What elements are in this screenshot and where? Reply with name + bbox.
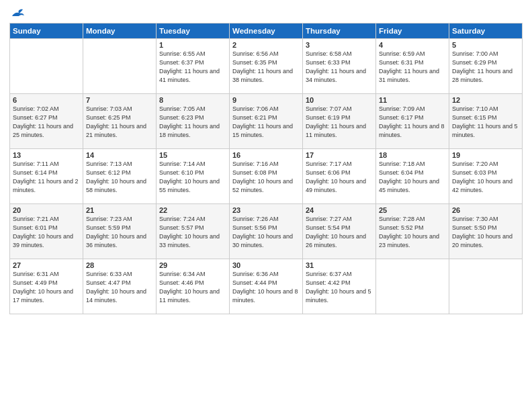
- day-number: 7: [86, 96, 153, 104]
- weekday-header: Friday: [376, 24, 449, 39]
- calendar-cell: 22Sunrise: 7:24 AMSunset: 5:57 PMDayligh…: [157, 204, 230, 259]
- calendar-table: SundayMondayTuesdayWednesdayThursdayFrid…: [9, 23, 523, 314]
- day-info: Sunrise: 6:56 AMSunset: 6:35 PMDaylight:…: [232, 50, 300, 85]
- day-number: 20: [13, 206, 80, 214]
- day-number: 29: [159, 261, 226, 269]
- day-info: Sunrise: 7:10 AMSunset: 6:15 PMDaylight:…: [452, 105, 519, 140]
- day-number: 27: [13, 261, 80, 269]
- day-number: 8: [159, 96, 226, 104]
- day-number: 18: [379, 151, 446, 159]
- weekday-header: Saturday: [449, 24, 523, 39]
- day-info: Sunrise: 6:31 AMSunset: 4:49 PMDaylight:…: [13, 270, 80, 305]
- calendar-header-row: SundayMondayTuesdayWednesdayThursdayFrid…: [10, 24, 523, 39]
- calendar-cell: [376, 259, 449, 314]
- calendar-cell: 19Sunrise: 7:20 AMSunset: 6:03 PMDayligh…: [449, 149, 523, 204]
- day-info: Sunrise: 6:55 AMSunset: 6:37 PMDaylight:…: [159, 50, 226, 85]
- calendar-cell: 3Sunrise: 6:58 AMSunset: 6:33 PMDaylight…: [303, 39, 376, 94]
- calendar-cell: 2Sunrise: 6:56 AMSunset: 6:35 PMDaylight…: [230, 39, 303, 94]
- day-info: Sunrise: 6:36 AMSunset: 4:44 PMDaylight:…: [232, 270, 300, 305]
- calendar-cell: 24Sunrise: 7:27 AMSunset: 5:54 PMDayligh…: [303, 204, 376, 259]
- day-info: Sunrise: 7:23 AMSunset: 5:59 PMDaylight:…: [86, 215, 153, 250]
- day-number: 30: [232, 261, 300, 269]
- day-info: Sunrise: 7:27 AMSunset: 5:54 PMDaylight:…: [306, 215, 373, 250]
- calendar-cell: 9Sunrise: 7:06 AMSunset: 6:21 PMDaylight…: [230, 94, 303, 149]
- calendar-cell: 6Sunrise: 7:02 AMSunset: 6:27 PMDaylight…: [10, 94, 83, 149]
- calendar-cell: 7Sunrise: 7:03 AMSunset: 6:25 PMDaylight…: [83, 94, 157, 149]
- day-info: Sunrise: 7:30 AMSunset: 5:50 PMDaylight:…: [452, 215, 519, 250]
- day-number: 21: [86, 206, 153, 214]
- weekday-header: Sunday: [10, 24, 83, 39]
- calendar-cell: 28Sunrise: 6:33 AMSunset: 4:47 PMDayligh…: [83, 259, 157, 314]
- calendar-cell: [83, 39, 157, 94]
- day-info: Sunrise: 7:07 AMSunset: 6:19 PMDaylight:…: [306, 105, 373, 140]
- day-number: 5: [452, 41, 519, 49]
- day-info: Sunrise: 7:09 AMSunset: 6:17 PMDaylight:…: [379, 105, 446, 140]
- calendar-cell: [449, 259, 523, 314]
- weekday-header: Monday: [83, 24, 157, 39]
- day-info: Sunrise: 7:03 AMSunset: 6:25 PMDaylight:…: [86, 105, 153, 140]
- day-info: Sunrise: 7:26 AMSunset: 5:56 PMDaylight:…: [232, 215, 300, 250]
- calendar-week-row: 13Sunrise: 7:11 AMSunset: 6:14 PMDayligh…: [10, 149, 523, 204]
- calendar-cell: 18Sunrise: 7:18 AMSunset: 6:04 PMDayligh…: [376, 149, 449, 204]
- day-number: 9: [232, 96, 300, 104]
- weekday-header: Wednesday: [230, 24, 303, 39]
- day-info: Sunrise: 7:16 AMSunset: 6:08 PMDaylight:…: [232, 160, 300, 195]
- calendar-week-row: 20Sunrise: 7:21 AMSunset: 6:01 PMDayligh…: [10, 204, 523, 259]
- calendar-cell: 5Sunrise: 7:00 AMSunset: 6:29 PMDaylight…: [449, 39, 523, 94]
- day-number: 13: [13, 151, 80, 159]
- day-number: 22: [159, 206, 226, 214]
- calendar-cell: 11Sunrise: 7:09 AMSunset: 6:17 PMDayligh…: [376, 94, 449, 149]
- day-info: Sunrise: 7:06 AMSunset: 6:21 PMDaylight:…: [232, 105, 300, 140]
- calendar-cell: [10, 39, 83, 94]
- calendar-cell: 20Sunrise: 7:21 AMSunset: 6:01 PMDayligh…: [10, 204, 83, 259]
- day-number: 26: [452, 206, 519, 214]
- day-number: 25: [379, 206, 446, 214]
- day-info: Sunrise: 7:24 AMSunset: 5:57 PMDaylight:…: [159, 215, 226, 250]
- day-number: 14: [86, 151, 153, 159]
- day-info: Sunrise: 7:13 AMSunset: 6:12 PMDaylight:…: [86, 160, 153, 195]
- calendar-cell: 17Sunrise: 7:17 AMSunset: 6:06 PMDayligh…: [303, 149, 376, 204]
- day-number: 31: [306, 261, 373, 269]
- day-number: 1: [159, 41, 226, 49]
- day-info: Sunrise: 7:28 AMSunset: 5:52 PMDaylight:…: [379, 215, 446, 250]
- day-info: Sunrise: 7:00 AMSunset: 6:29 PMDaylight:…: [452, 50, 519, 85]
- header-area: [9, 7, 523, 19]
- day-number: 15: [159, 151, 226, 159]
- day-info: Sunrise: 7:18 AMSunset: 6:04 PMDaylight:…: [379, 160, 446, 195]
- day-info: Sunrise: 7:20 AMSunset: 6:03 PMDaylight:…: [452, 160, 519, 195]
- calendar-cell: 31Sunrise: 6:37 AMSunset: 4:42 PMDayligh…: [303, 259, 376, 314]
- calendar-cell: 29Sunrise: 6:34 AMSunset: 4:46 PMDayligh…: [157, 259, 230, 314]
- calendar-cell: 8Sunrise: 7:05 AMSunset: 6:23 PMDaylight…: [157, 94, 230, 149]
- calendar-cell: 27Sunrise: 6:31 AMSunset: 4:49 PMDayligh…: [10, 259, 83, 314]
- logo-bird-icon: [11, 7, 26, 19]
- day-info: Sunrise: 6:59 AMSunset: 6:31 PMDaylight:…: [379, 50, 446, 85]
- day-info: Sunrise: 7:11 AMSunset: 6:14 PMDaylight:…: [13, 160, 80, 195]
- day-number: 23: [232, 206, 300, 214]
- calendar-cell: 14Sunrise: 7:13 AMSunset: 6:12 PMDayligh…: [83, 149, 157, 204]
- calendar-cell: 13Sunrise: 7:11 AMSunset: 6:14 PMDayligh…: [10, 149, 83, 204]
- weekday-header: Thursday: [303, 24, 376, 39]
- day-number: 16: [232, 151, 300, 159]
- day-number: 4: [379, 41, 446, 49]
- day-number: 24: [306, 206, 373, 214]
- calendar-cell: 26Sunrise: 7:30 AMSunset: 5:50 PMDayligh…: [449, 204, 523, 259]
- calendar-week-row: 1Sunrise: 6:55 AMSunset: 6:37 PMDaylight…: [10, 39, 523, 94]
- day-number: 17: [306, 151, 373, 159]
- calendar-cell: 15Sunrise: 7:14 AMSunset: 6:10 PMDayligh…: [157, 149, 230, 204]
- day-info: Sunrise: 7:21 AMSunset: 6:01 PMDaylight:…: [13, 215, 80, 250]
- day-number: 6: [13, 96, 80, 104]
- calendar-cell: 21Sunrise: 7:23 AMSunset: 5:59 PMDayligh…: [83, 204, 157, 259]
- calendar-cell: 25Sunrise: 7:28 AMSunset: 5:52 PMDayligh…: [376, 204, 449, 259]
- day-info: Sunrise: 7:02 AMSunset: 6:27 PMDaylight:…: [13, 105, 80, 140]
- logo: [9, 7, 26, 19]
- calendar-cell: 4Sunrise: 6:59 AMSunset: 6:31 PMDaylight…: [376, 39, 449, 94]
- calendar-week-row: 6Sunrise: 7:02 AMSunset: 6:27 PMDaylight…: [10, 94, 523, 149]
- calendar-cell: 16Sunrise: 7:16 AMSunset: 6:08 PMDayligh…: [230, 149, 303, 204]
- day-number: 19: [452, 151, 519, 159]
- day-number: 28: [86, 261, 153, 269]
- calendar-cell: 1Sunrise: 6:55 AMSunset: 6:37 PMDaylight…: [157, 39, 230, 94]
- calendar-cell: 23Sunrise: 7:26 AMSunset: 5:56 PMDayligh…: [230, 204, 303, 259]
- day-number: 10: [306, 96, 373, 104]
- calendar-cell: 10Sunrise: 7:07 AMSunset: 6:19 PMDayligh…: [303, 94, 376, 149]
- day-info: Sunrise: 7:14 AMSunset: 6:10 PMDaylight:…: [159, 160, 226, 195]
